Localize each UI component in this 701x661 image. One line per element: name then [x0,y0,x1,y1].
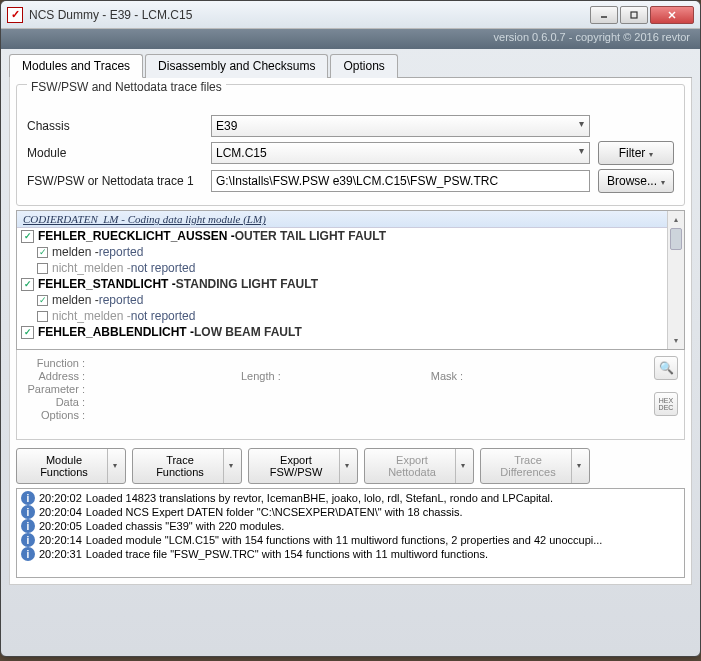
checkbox-icon[interactable] [37,263,48,274]
checkbox-icon[interactable] [21,230,34,243]
close-button[interactable] [650,6,694,24]
info-icon: i [21,505,35,519]
action-button-row: ModuleFunctions▾ TraceFunctions▾ ExportF… [16,448,685,484]
coding-section[interactable]: FEHLER_STANDLICHT - STANDING LIGHT FAULT [17,276,684,292]
checkbox-icon[interactable] [21,278,34,291]
search-icon[interactable]: 🔍 [654,356,678,380]
coding-option[interactable]: nicht_melden - not reported [17,260,684,276]
chassis-label: Chassis [27,119,211,133]
scroll-up-icon[interactable]: ▴ [668,211,684,228]
svg-line-2 [669,12,675,18]
log-entry: i20:20:14 Loaded module "LCM.C15" with 1… [19,533,682,547]
scroll-thumb[interactable] [670,228,682,250]
svg-rect-1 [631,12,637,18]
info-icon: i [21,547,35,561]
info-icon: i [21,519,35,533]
trace-differences-button[interactable]: TraceDifferences▾ [480,448,590,484]
checkbox-icon[interactable] [37,247,48,258]
version-bar: version 0.6.0.7 - copyright © 2016 revto… [1,29,700,49]
titlebar[interactable]: NCS Dummy - E39 - LCM.C15 [1,1,700,29]
tab-disassembly[interactable]: Disassembly and Checksums [145,54,328,78]
export-fswpsw-button[interactable]: ExportFSW/PSW▾ [248,448,358,484]
detail-data-label: Data : [25,396,85,408]
scrollbar-vertical[interactable]: ▴ ▾ [667,211,684,349]
chassis-select[interactable] [211,115,590,137]
coding-option[interactable]: melden - reported [17,244,684,260]
detail-address-label: Address : [25,370,85,382]
log-entry: i20:20:31 Loaded trace file "FSW_PSW.TRC… [19,547,682,561]
info-icon: i [21,491,35,505]
tab-modules-traces[interactable]: Modules and Traces [9,54,143,78]
trace-files-fieldset: FSW/PSW and Nettodata trace files Chassi… [16,84,685,206]
coding-section[interactable]: FEHLER_RUECKLICHT_AUSSEN - OUTER TAIL LI… [17,228,684,244]
app-window: NCS Dummy - E39 - LCM.C15 version 0.6.0.… [0,0,701,657]
hex-dec-button[interactable]: HEXDEC [654,392,678,416]
module-select[interactable] [211,142,590,164]
maximize-button[interactable] [620,6,648,24]
detail-mask-label: Mask : [431,370,463,382]
detail-options-label: Options : [25,409,85,421]
fieldset-legend: FSW/PSW and Nettodata trace files [27,80,226,94]
filter-button[interactable]: Filter [598,141,674,165]
details-pane: Function : Address : Length : Mask : Par… [16,350,685,440]
detail-function-label: Function : [25,357,85,369]
trace-path-input[interactable] [211,170,590,192]
window-title: NCS Dummy - E39 - LCM.C15 [29,8,590,22]
trace-label: FSW/PSW or Nettodata trace 1 [27,174,211,188]
coding-list[interactable]: CODIERDATEN_LM - Coding data light modul… [16,210,685,350]
export-nettodata-button[interactable]: ExportNettodata▾ [364,448,474,484]
log-panel[interactable]: i20:20:02 Loaded 14823 translations by r… [16,488,685,578]
checkbox-icon[interactable] [37,295,48,306]
log-entry: i20:20:05 Loaded chassis "E39" with 220 … [19,519,682,533]
svg-line-3 [669,12,675,18]
trace-functions-button[interactable]: TraceFunctions▾ [132,448,242,484]
detail-parameter-label: Parameter : [25,383,85,395]
minimize-button[interactable] [590,6,618,24]
log-entry: i20:20:04 Loaded NCS Expert DATEN folder… [19,505,682,519]
tab-options[interactable]: Options [330,54,397,78]
detail-length-label: Length : [241,370,281,382]
browse-button[interactable]: Browse... [598,169,674,193]
checkbox-icon[interactable] [37,311,48,322]
coding-list-header: CODIERDATEN_LM - Coding data light modul… [17,211,684,228]
scroll-down-icon[interactable]: ▾ [668,332,684,349]
coding-option[interactable]: nicht_melden - not reported [17,308,684,324]
module-label: Module [27,146,211,160]
checkbox-icon[interactable] [21,326,34,339]
coding-option[interactable]: melden - reported [17,292,684,308]
app-icon [7,7,23,23]
coding-section[interactable]: FEHLER_ABBLENDLICHT - LOW BEAM FAULT [17,324,684,340]
tabstrip: Modules and Traces Disassembly and Check… [9,53,692,78]
main-panel: FSW/PSW and Nettodata trace files Chassi… [9,78,692,585]
info-icon: i [21,533,35,547]
module-functions-button[interactable]: ModuleFunctions▾ [16,448,126,484]
log-entry: i20:20:02 Loaded 14823 translations by r… [19,491,682,505]
